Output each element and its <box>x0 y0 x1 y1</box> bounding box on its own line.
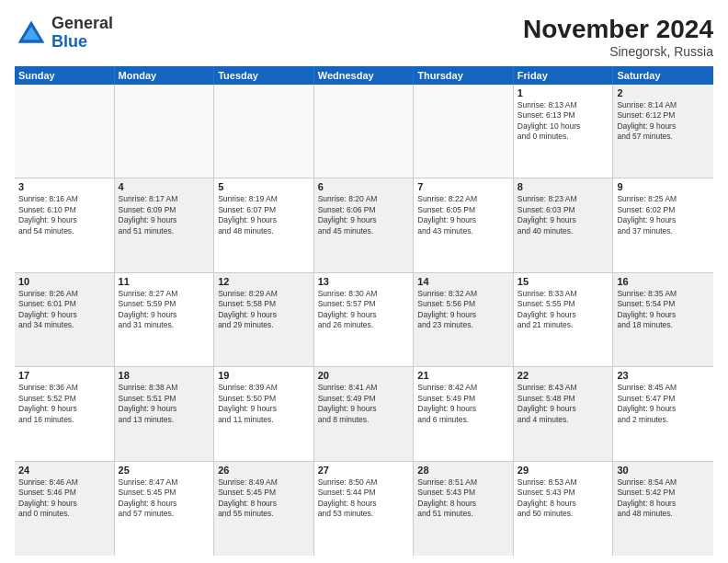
day-number: 5 <box>218 181 310 192</box>
calendar: Sunday Monday Tuesday Wednesday Thursday… <box>15 66 713 556</box>
cal-cell-r2-c1: 3Sunrise: 8:16 AM Sunset: 6:10 PM Daylig… <box>15 178 115 271</box>
calendar-subtitle: Sinegorsk, Russia <box>523 44 713 59</box>
cell-info: Sunrise: 8:36 AM Sunset: 5:52 PM Dayligh… <box>18 383 110 425</box>
day-number: 1 <box>518 87 609 98</box>
cal-cell-r3-c3: 12Sunrise: 8:29 AM Sunset: 5:58 PM Dayli… <box>214 273 314 366</box>
cal-row-2: 3Sunrise: 8:16 AM Sunset: 6:10 PM Daylig… <box>15 178 713 272</box>
calendar-body: 1Sunrise: 8:13 AM Sunset: 6:13 PM Daylig… <box>15 85 713 556</box>
cal-cell-r1-c7: 2Sunrise: 8:14 AM Sunset: 6:12 PM Daylig… <box>613 85 713 178</box>
cell-info: Sunrise: 8:41 AM Sunset: 5:49 PM Dayligh… <box>318 383 410 425</box>
cal-cell-r3-c7: 16Sunrise: 8:35 AM Sunset: 5:54 PM Dayli… <box>613 273 713 366</box>
cal-cell-r4-c2: 18Sunrise: 8:38 AM Sunset: 5:51 PM Dayli… <box>115 367 215 460</box>
cell-info: Sunrise: 8:13 AM Sunset: 6:13 PM Dayligh… <box>518 100 609 143</box>
cal-cell-r5-c4: 27Sunrise: 8:50 AM Sunset: 5:44 PM Dayli… <box>314 462 415 556</box>
cell-info: Sunrise: 8:33 AM Sunset: 5:55 PM Dayligh… <box>518 289 609 331</box>
header: General Blue November 2024 Sinegorsk, Ru… <box>15 15 713 59</box>
cal-cell-r1-c3 <box>214 85 314 178</box>
cal-cell-r1-c1 <box>15 85 115 178</box>
day-number: 30 <box>617 465 710 476</box>
cal-cell-r2-c4: 6Sunrise: 8:20 AM Sunset: 6:06 PM Daylig… <box>314 178 415 271</box>
cell-info: Sunrise: 8:19 AM Sunset: 6:07 PM Dayligh… <box>218 194 310 236</box>
cal-cell-r5-c5: 28Sunrise: 8:51 AM Sunset: 5:43 PM Dayli… <box>414 462 514 556</box>
day-number: 15 <box>518 276 609 287</box>
day-number: 28 <box>417 465 509 476</box>
cal-cell-r1-c5 <box>414 85 514 178</box>
day-number: 10 <box>18 276 110 287</box>
day-number: 25 <box>119 465 210 476</box>
day-number: 3 <box>18 181 110 192</box>
cal-cell-r3-c1: 10Sunrise: 8:26 AM Sunset: 6:01 PM Dayli… <box>15 273 115 366</box>
day-number: 12 <box>218 276 310 287</box>
day-number: 7 <box>417 181 509 192</box>
cell-info: Sunrise: 8:16 AM Sunset: 6:10 PM Dayligh… <box>18 194 110 236</box>
cal-cell-r5-c6: 29Sunrise: 8:53 AM Sunset: 5:43 PM Dayli… <box>514 462 614 556</box>
cell-info: Sunrise: 8:54 AM Sunset: 5:42 PM Dayligh… <box>617 477 710 520</box>
cell-info: Sunrise: 8:29 AM Sunset: 5:58 PM Dayligh… <box>218 289 310 331</box>
title-block: November 2024 Sinegorsk, Russia <box>523 15 713 59</box>
day-number: 16 <box>617 276 710 287</box>
day-number: 26 <box>218 465 310 476</box>
cell-info: Sunrise: 8:38 AM Sunset: 5:51 PM Dayligh… <box>119 383 210 425</box>
day-number: 14 <box>417 276 509 287</box>
day-number: 4 <box>119 181 210 192</box>
cal-cell-r5-c2: 25Sunrise: 8:47 AM Sunset: 5:45 PM Dayli… <box>115 462 215 556</box>
header-tuesday: Tuesday <box>214 66 314 85</box>
cal-cell-r4-c5: 21Sunrise: 8:42 AM Sunset: 5:49 PM Dayli… <box>414 367 514 460</box>
day-number: 11 <box>119 276 210 287</box>
logo-icon <box>15 17 48 50</box>
cal-cell-r3-c6: 15Sunrise: 8:33 AM Sunset: 5:55 PM Dayli… <box>514 273 614 366</box>
cal-cell-r1-c2 <box>115 85 215 178</box>
cal-cell-r3-c4: 13Sunrise: 8:30 AM Sunset: 5:57 PM Dayli… <box>314 273 415 366</box>
page: General Blue November 2024 Sinegorsk, Ru… <box>0 0 728 563</box>
day-number: 6 <box>318 181 410 192</box>
day-number: 19 <box>218 370 310 381</box>
cal-cell-r2-c5: 7Sunrise: 8:22 AM Sunset: 6:05 PM Daylig… <box>414 178 514 271</box>
header-saturday: Saturday <box>613 66 713 85</box>
cell-info: Sunrise: 8:42 AM Sunset: 5:49 PM Dayligh… <box>417 383 509 425</box>
cal-row-5: 24Sunrise: 8:46 AM Sunset: 5:46 PM Dayli… <box>15 462 713 556</box>
logo: General Blue <box>15 15 113 52</box>
cal-row-3: 10Sunrise: 8:26 AM Sunset: 6:01 PM Dayli… <box>15 273 713 367</box>
cell-info: Sunrise: 8:14 AM Sunset: 6:12 PM Dayligh… <box>617 100 710 143</box>
day-number: 24 <box>18 465 110 476</box>
day-number: 23 <box>617 370 710 381</box>
day-number: 18 <box>119 370 210 381</box>
header-thursday: Thursday <box>414 66 514 85</box>
logo-text: General Blue <box>51 15 113 52</box>
calendar-title: November 2024 <box>523 15 713 44</box>
header-wednesday: Wednesday <box>314 66 415 85</box>
cell-info: Sunrise: 8:46 AM Sunset: 5:46 PM Dayligh… <box>18 477 110 520</box>
cell-info: Sunrise: 8:25 AM Sunset: 6:02 PM Dayligh… <box>617 194 710 236</box>
day-number: 2 <box>617 87 710 98</box>
cal-cell-r3-c2: 11Sunrise: 8:27 AM Sunset: 5:59 PM Dayli… <box>115 273 215 366</box>
calendar-header: Sunday Monday Tuesday Wednesday Thursday… <box>15 66 713 85</box>
cell-info: Sunrise: 8:27 AM Sunset: 5:59 PM Dayligh… <box>119 289 210 331</box>
cell-info: Sunrise: 8:49 AM Sunset: 5:45 PM Dayligh… <box>218 477 310 520</box>
day-number: 29 <box>518 465 609 476</box>
cal-cell-r1-c6: 1Sunrise: 8:13 AM Sunset: 6:13 PM Daylig… <box>514 85 614 178</box>
cal-cell-r4-c6: 22Sunrise: 8:43 AM Sunset: 5:48 PM Dayli… <box>514 367 614 460</box>
day-number: 22 <box>518 370 609 381</box>
cell-info: Sunrise: 8:35 AM Sunset: 5:54 PM Dayligh… <box>617 289 710 331</box>
cal-row-4: 17Sunrise: 8:36 AM Sunset: 5:52 PM Dayli… <box>15 367 713 461</box>
cell-info: Sunrise: 8:17 AM Sunset: 6:09 PM Dayligh… <box>119 194 210 236</box>
logo-blue: Blue <box>51 32 87 51</box>
cal-cell-r4-c4: 20Sunrise: 8:41 AM Sunset: 5:49 PM Dayli… <box>314 367 415 460</box>
cal-row-1: 1Sunrise: 8:13 AM Sunset: 6:13 PM Daylig… <box>15 85 713 178</box>
cal-cell-r5-c7: 30Sunrise: 8:54 AM Sunset: 5:42 PM Dayli… <box>613 462 713 556</box>
cell-info: Sunrise: 8:22 AM Sunset: 6:05 PM Dayligh… <box>417 194 509 236</box>
cal-cell-r4-c7: 23Sunrise: 8:45 AM Sunset: 5:47 PM Dayli… <box>613 367 713 460</box>
day-number: 20 <box>318 370 410 381</box>
day-number: 8 <box>518 181 609 192</box>
cal-cell-r4-c1: 17Sunrise: 8:36 AM Sunset: 5:52 PM Dayli… <box>15 367 115 460</box>
day-number: 27 <box>318 465 410 476</box>
logo-general: General <box>51 14 113 32</box>
cell-info: Sunrise: 8:50 AM Sunset: 5:44 PM Dayligh… <box>318 477 410 520</box>
cal-cell-r5-c3: 26Sunrise: 8:49 AM Sunset: 5:45 PM Dayli… <box>214 462 314 556</box>
day-number: 13 <box>318 276 410 287</box>
cal-cell-r3-c5: 14Sunrise: 8:32 AM Sunset: 5:56 PM Dayli… <box>414 273 514 366</box>
cell-info: Sunrise: 8:53 AM Sunset: 5:43 PM Dayligh… <box>518 477 609 520</box>
header-friday: Friday <box>514 66 614 85</box>
cell-info: Sunrise: 8:26 AM Sunset: 6:01 PM Dayligh… <box>18 289 110 331</box>
cal-cell-r2-c3: 5Sunrise: 8:19 AM Sunset: 6:07 PM Daylig… <box>214 178 314 271</box>
